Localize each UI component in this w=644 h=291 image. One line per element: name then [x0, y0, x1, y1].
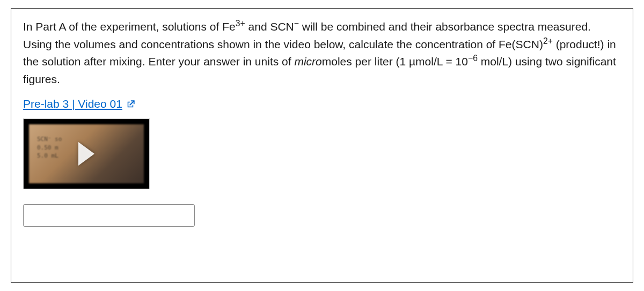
video-link-text: Pre-lab 3 | Video 01 — [23, 98, 122, 110]
external-link-icon — [126, 99, 135, 109]
video-thumbnail[interactable]: SCN⁻ so 0.50 m 5.0 mL — [23, 118, 150, 189]
q-sup-1: 3+ — [236, 19, 245, 28]
q-sup-2: − — [294, 19, 299, 28]
answer-input[interactable] — [23, 204, 195, 227]
play-icon — [78, 142, 94, 166]
thumbnail-text: SCN⁻ so 0.50 m 5.0 mL — [37, 135, 62, 160]
video-link[interactable]: Pre-lab 3 | Video 01 — [23, 98, 135, 110]
q-text-1: In Part A of the experiment, solutions o… — [23, 20, 236, 33]
q-sup-4: −6 — [468, 54, 478, 63]
q-sup-3: 2+ — [543, 36, 553, 46]
question-prompt: In Part A of the experiment, solutions o… — [23, 18, 621, 88]
q-text-2: and SCN — [245, 20, 294, 33]
q-text-5: moles per liter (1 µmol/L = 10 — [322, 55, 468, 68]
q-italic: micro — [294, 55, 321, 68]
